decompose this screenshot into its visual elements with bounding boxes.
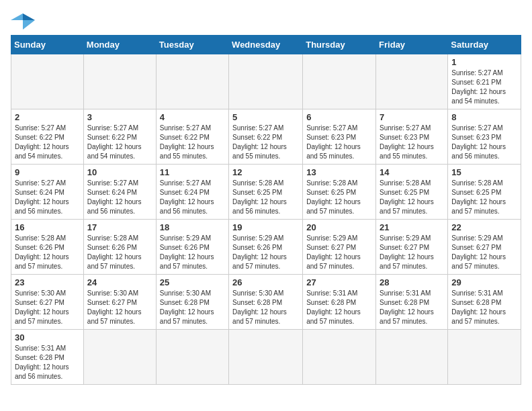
- calendar-day-header: Tuesday: [156, 36, 228, 54]
- day-info: Sunrise: 5:30 AMSunset: 6:28 PMDaylight:…: [232, 289, 299, 326]
- day-info: Sunrise: 5:27 AMSunset: 6:22 PMDaylight:…: [87, 124, 152, 161]
- day-number: 13: [306, 167, 372, 177]
- day-info: Sunrise: 5:29 AMSunset: 6:27 PMDaylight:…: [306, 234, 372, 271]
- day-number: 12: [232, 167, 299, 177]
- svg-marker-2: [23, 20, 35, 30]
- calendar-day-header: Wednesday: [229, 36, 303, 54]
- day-number: 28: [380, 277, 444, 287]
- day-info: Sunrise: 5:31 AMSunset: 6:28 PMDaylight:…: [15, 344, 80, 381]
- calendar-cell: 13Sunrise: 5:28 AMSunset: 6:25 PMDayligh…: [303, 165, 376, 220]
- calendar-cell: 4Sunrise: 5:27 AMSunset: 6:22 PMDaylight…: [156, 109, 228, 165]
- day-number: 7: [380, 112, 444, 122]
- day-info: Sunrise: 5:28 AMSunset: 6:26 PMDaylight:…: [87, 234, 152, 271]
- day-number: 9: [15, 167, 80, 177]
- calendar-cell: 19Sunrise: 5:29 AMSunset: 6:26 PMDayligh…: [229, 220, 303, 275]
- day-number: 4: [160, 112, 225, 122]
- calendar-cell: [156, 330, 228, 385]
- day-number: 19: [232, 222, 299, 232]
- calendar-day-header: Thursday: [303, 36, 376, 54]
- day-number: 15: [451, 167, 517, 177]
- calendar-cell: 8Sunrise: 5:27 AMSunset: 6:23 PMDaylight…: [448, 109, 521, 165]
- calendar-cell: [376, 330, 448, 385]
- calendar-cell: 20Sunrise: 5:29 AMSunset: 6:27 PMDayligh…: [303, 220, 376, 275]
- day-info: Sunrise: 5:29 AMSunset: 6:27 PMDaylight:…: [380, 234, 444, 271]
- day-number: 23: [15, 277, 80, 287]
- calendar-cell: [303, 54, 376, 109]
- calendar-cell: [303, 330, 376, 385]
- day-number: 26: [232, 277, 299, 287]
- calendar-cell: 25Sunrise: 5:30 AMSunset: 6:28 PMDayligh…: [156, 275, 228, 330]
- day-number: 29: [451, 277, 517, 287]
- day-info: Sunrise: 5:27 AMSunset: 6:23 PMDaylight:…: [306, 124, 372, 161]
- day-info: Sunrise: 5:31 AMSunset: 6:28 PMDaylight:…: [380, 289, 444, 326]
- day-info: Sunrise: 5:31 AMSunset: 6:28 PMDaylight:…: [306, 289, 372, 326]
- calendar-cell: 21Sunrise: 5:29 AMSunset: 6:27 PMDayligh…: [376, 220, 448, 275]
- day-info: Sunrise: 5:28 AMSunset: 6:26 PMDaylight:…: [15, 234, 80, 271]
- day-number: 1: [451, 57, 517, 67]
- calendar-week-row: 30Sunrise: 5:31 AMSunset: 6:28 PMDayligh…: [11, 330, 521, 385]
- day-info: Sunrise: 5:28 AMSunset: 6:25 PMDaylight:…: [380, 179, 444, 216]
- day-number: 20: [306, 222, 372, 232]
- day-number: 17: [87, 222, 152, 232]
- day-number: 27: [306, 277, 372, 287]
- day-info: Sunrise: 5:27 AMSunset: 6:22 PMDaylight:…: [232, 124, 299, 161]
- day-number: 24: [87, 277, 152, 287]
- calendar-cell: [229, 54, 303, 109]
- calendar-cell: [11, 54, 84, 109]
- day-info: Sunrise: 5:31 AMSunset: 6:28 PMDaylight:…: [451, 289, 517, 326]
- day-number: 11: [160, 167, 225, 177]
- day-info: Sunrise: 5:28 AMSunset: 6:25 PMDaylight:…: [451, 179, 517, 216]
- day-info: Sunrise: 5:29 AMSunset: 6:26 PMDaylight:…: [232, 234, 299, 271]
- calendar-cell: 24Sunrise: 5:30 AMSunset: 6:27 PMDayligh…: [83, 275, 156, 330]
- calendar-cell: 16Sunrise: 5:28 AMSunset: 6:26 PMDayligh…: [11, 220, 84, 275]
- day-number: 25: [160, 277, 225, 287]
- day-number: 10: [87, 167, 152, 177]
- calendar-week-row: 16Sunrise: 5:28 AMSunset: 6:26 PMDayligh…: [11, 220, 521, 275]
- calendar-cell: 1Sunrise: 5:27 AMSunset: 6:21 PMDaylight…: [448, 54, 521, 109]
- calendar-cell: 10Sunrise: 5:27 AMSunset: 6:24 PMDayligh…: [83, 165, 156, 220]
- calendar-cell: 7Sunrise: 5:27 AMSunset: 6:23 PMDaylight…: [376, 109, 448, 165]
- day-number: 16: [15, 222, 80, 232]
- day-info: Sunrise: 5:27 AMSunset: 6:24 PMDaylight:…: [15, 179, 80, 216]
- calendar-cell: 3Sunrise: 5:27 AMSunset: 6:22 PMDaylight…: [83, 109, 156, 165]
- day-info: Sunrise: 5:27 AMSunset: 6:22 PMDaylight:…: [15, 124, 80, 161]
- calendar-day-header: Saturday: [448, 36, 521, 54]
- calendar-table: SundayMondayTuesdayWednesdayThursdayFrid…: [11, 35, 521, 385]
- day-number: 5: [232, 112, 299, 122]
- day-info: Sunrise: 5:28 AMSunset: 6:25 PMDaylight:…: [232, 179, 299, 216]
- calendar-cell: 27Sunrise: 5:31 AMSunset: 6:28 PMDayligh…: [303, 275, 376, 330]
- day-info: Sunrise: 5:27 AMSunset: 6:24 PMDaylight:…: [160, 179, 225, 216]
- day-info: Sunrise: 5:27 AMSunset: 6:21 PMDaylight:…: [451, 68, 517, 106]
- day-info: Sunrise: 5:27 AMSunset: 6:23 PMDaylight:…: [451, 124, 517, 161]
- day-info: Sunrise: 5:29 AMSunset: 6:26 PMDaylight:…: [160, 234, 225, 271]
- calendar-cell: [156, 54, 228, 109]
- calendar-cell: 23Sunrise: 5:30 AMSunset: 6:27 PMDayligh…: [11, 275, 84, 330]
- day-number: 6: [306, 112, 372, 122]
- calendar-week-row: 2Sunrise: 5:27 AMSunset: 6:22 PMDaylight…: [11, 109, 521, 165]
- calendar-week-row: 23Sunrise: 5:30 AMSunset: 6:27 PMDayligh…: [11, 275, 521, 330]
- day-number: 30: [15, 332, 80, 342]
- calendar-day-header: Sunday: [11, 36, 84, 54]
- calendar-cell: [83, 54, 156, 109]
- calendar-cell: 12Sunrise: 5:28 AMSunset: 6:25 PMDayligh…: [229, 165, 303, 220]
- day-info: Sunrise: 5:27 AMSunset: 6:23 PMDaylight:…: [380, 124, 444, 161]
- calendar-week-row: 1Sunrise: 5:27 AMSunset: 6:21 PMDaylight…: [11, 54, 521, 109]
- calendar-cell: 11Sunrise: 5:27 AMSunset: 6:24 PMDayligh…: [156, 165, 228, 220]
- calendar-cell: 15Sunrise: 5:28 AMSunset: 6:25 PMDayligh…: [448, 165, 521, 220]
- day-info: Sunrise: 5:29 AMSunset: 6:27 PMDaylight:…: [451, 234, 517, 271]
- day-info: Sunrise: 5:30 AMSunset: 6:27 PMDaylight:…: [15, 289, 80, 326]
- day-number: 18: [160, 222, 225, 232]
- calendar-header-row: SundayMondayTuesdayWednesdayThursdayFrid…: [11, 36, 521, 54]
- calendar-cell: [448, 330, 521, 385]
- calendar-day-header: Monday: [83, 36, 156, 54]
- day-info: Sunrise: 5:27 AMSunset: 6:24 PMDaylight:…: [87, 179, 152, 216]
- calendar-cell: [376, 54, 448, 109]
- day-number: 3: [87, 112, 152, 122]
- calendar-cell: 29Sunrise: 5:31 AMSunset: 6:28 PMDayligh…: [448, 275, 521, 330]
- logo-icon: [11, 11, 35, 30]
- day-info: Sunrise: 5:27 AMSunset: 6:22 PMDaylight:…: [160, 124, 225, 161]
- day-info: Sunrise: 5:30 AMSunset: 6:27 PMDaylight:…: [87, 289, 152, 326]
- svg-marker-0: [23, 13, 35, 20]
- day-number: 21: [380, 222, 444, 232]
- calendar-cell: 22Sunrise: 5:29 AMSunset: 6:27 PMDayligh…: [448, 220, 521, 275]
